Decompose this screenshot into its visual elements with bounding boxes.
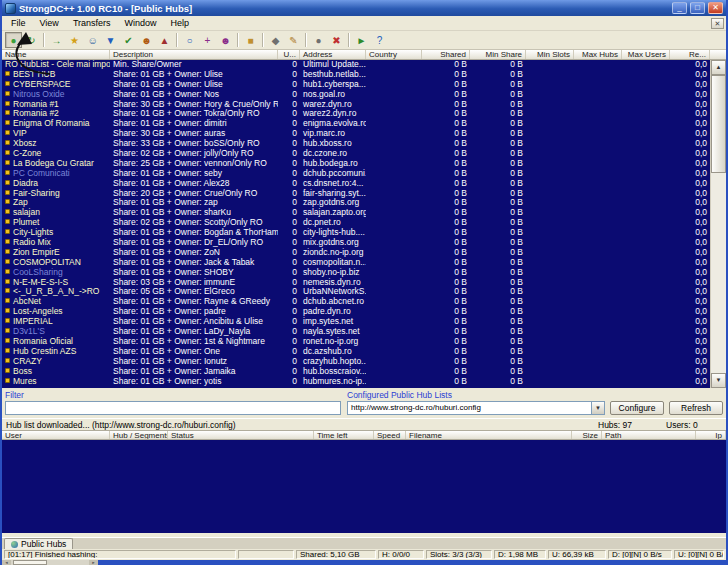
hub-row[interactable]: CYBERSPACEShare: 01 GB + Owner: Ulise0hu… bbox=[2, 80, 710, 90]
transfers-column-header[interactable]: Status bbox=[168, 431, 314, 439]
menu-window[interactable]: Window bbox=[118, 17, 164, 29]
quick-connect-icon[interactable]: ► bbox=[353, 32, 370, 48]
finished-downloads-icon[interactable]: ✔ bbox=[120, 32, 137, 48]
hub-row[interactable]: CRAZYShare: 01 GB + Owner: Ionutz0crazyh… bbox=[2, 357, 710, 367]
vertical-scrollbar[interactable]: ▲ ▼ bbox=[710, 60, 726, 388]
download-queue-icon[interactable]: ▼ bbox=[102, 32, 119, 48]
tab-public-hubs[interactable]: Public Hubs bbox=[4, 538, 73, 549]
public-hubs-icon[interactable]: ● bbox=[5, 32, 22, 48]
mdi-close-icon[interactable]: ✕ bbox=[711, 18, 724, 29]
search-icon[interactable]: ○ bbox=[181, 32, 198, 48]
hub-row[interactable]: Romania OficialShare: 01 GB + Owner: 1st… bbox=[2, 337, 710, 347]
favorite-users-icon[interactable]: ☺ bbox=[84, 32, 101, 48]
configure-button[interactable]: Configure bbox=[610, 401, 664, 415]
hub-row[interactable]: BossShare: 01 GB + Owner: Jamaika0hub.bo… bbox=[2, 367, 710, 377]
open-filelist-icon[interactable]: ■ bbox=[242, 32, 259, 48]
restore-button[interactable]: □ bbox=[690, 2, 705, 14]
transfers-column-header[interactable]: Ip bbox=[696, 431, 726, 439]
transfers-column-header[interactable]: Speed bbox=[374, 431, 406, 439]
hub-column-header[interactable]: U... bbox=[278, 50, 300, 59]
hub-row[interactable]: IMPERIALShare: 01 GB + Owner: Ancibitu &… bbox=[2, 317, 710, 327]
scrollbar-thumb[interactable] bbox=[711, 75, 726, 173]
hub-column-header[interactable]: Re... bbox=[670, 50, 710, 59]
hscroll-right-icon[interactable]: ► bbox=[89, 560, 98, 565]
hub-column-header[interactable]: Max Users bbox=[622, 50, 670, 59]
hub-row[interactable]: Romania #2Share: 01 GB + Owner: Tokra/On… bbox=[2, 109, 710, 119]
hscroll-left-icon[interactable]: ◄ bbox=[2, 560, 11, 565]
hub-row[interactable]: CooLSharingShare: 01 GB + Owner: SHOBY0s… bbox=[2, 268, 710, 278]
scroll-down-icon[interactable]: ▼ bbox=[711, 373, 726, 388]
hub-row[interactable]: Fair-SharingShare: 20 GB + Owner: Crue/O… bbox=[2, 189, 710, 199]
search-spy-icon[interactable]: ☻ bbox=[217, 32, 234, 48]
hub-column-header[interactable]: Description bbox=[110, 50, 278, 59]
hub-row[interactable]: <-_U_R_B_A_N_->ROShare: 05 GB + Owner: E… bbox=[2, 287, 710, 297]
hub-column-header[interactable]: Min Share bbox=[470, 50, 526, 59]
hub-row[interactable]: Zion EmpirEShare: 01 GB + Owner: ZoN0zio… bbox=[2, 248, 710, 258]
hub-row[interactable]: C-ZoneShare: 02 GB + Owner: jolly/Only R… bbox=[2, 149, 710, 159]
menu-help[interactable]: Help bbox=[164, 17, 197, 29]
transfers-list[interactable] bbox=[2, 440, 726, 533]
close-button[interactable]: ✕ bbox=[708, 2, 723, 14]
hub-row[interactable]: Enigma Of RomaniaShare: 01 GB + Owner: d… bbox=[2, 119, 710, 129]
minimize-button[interactable]: _ bbox=[672, 2, 687, 14]
help-icon[interactable]: ? bbox=[371, 32, 388, 48]
away-icon[interactable]: ● bbox=[310, 32, 327, 48]
hub-row[interactable]: ZapShare: 01 GB + Owner: zap0zap.gotdns.… bbox=[2, 198, 710, 208]
hub-row[interactable]: Hub Crestin AZSShare: 01 GB + Owner: One… bbox=[2, 347, 710, 357]
hub-row[interactable]: N-E-M-E-S-I-SShare: 03 GB + Owner: immun… bbox=[2, 278, 710, 288]
hub-row[interactable]: AbcNetShare: 01 GB + Owner: Rayne & GRee… bbox=[2, 297, 710, 307]
hub-row[interactable]: VIPShare: 30 GB + Owner: auras0vip.marc.… bbox=[2, 129, 710, 139]
hub-column-header[interactable]: Min Slots bbox=[526, 50, 574, 59]
hub-row[interactable]: salajanShare: 01 GB + Owner: sharKu0sala… bbox=[2, 208, 710, 218]
hub-row[interactable]: La Bodega Cu GratarShare: 25 GB + Owner:… bbox=[2, 159, 710, 169]
transfers-column-header[interactable]: User bbox=[2, 431, 110, 439]
hub-list-combo[interactable]: http://www.strong-dc.ro/huburi.config ▼ bbox=[347, 401, 605, 415]
hub-row[interactable]: D3v1L'SShare: 01 GB + Owner: LaDy_Nayla0… bbox=[2, 327, 710, 337]
bottom-scrollbar-fragment[interactable]: ◄ ► bbox=[2, 560, 98, 565]
shutdown-icon[interactable]: ✖ bbox=[328, 32, 345, 48]
hub-row[interactable]: PC ComunicatiShare: 01 GB + Owner: seby0… bbox=[2, 169, 710, 179]
finished-uploads-icon[interactable]: ▲ bbox=[156, 32, 173, 48]
combo-dropdown-icon[interactable]: ▼ bbox=[591, 402, 604, 414]
hub-row[interactable]: XboszShare: 33 GB + Owner: boSS/Only RO0… bbox=[2, 139, 710, 149]
hub-name: La Bodega Cu Gratar bbox=[13, 159, 94, 168]
hub-tab-icon bbox=[11, 541, 18, 548]
hub-row[interactable]: PlumetShare: 02 GB + Owner: Scotty/Only … bbox=[2, 218, 710, 228]
menu-transfers[interactable]: Transfers bbox=[66, 17, 118, 29]
hub-row[interactable]: MuresShare: 01 GB + Owner: yotis0hubmure… bbox=[2, 377, 710, 387]
hub-row[interactable]: RO HubList - Cele mai important...Min. S… bbox=[2, 60, 710, 70]
transfers-column-header[interactable]: Hub / Segments bbox=[110, 431, 168, 439]
adl-search-icon[interactable]: + bbox=[199, 32, 216, 48]
hub-column-header[interactable]: Name bbox=[2, 50, 110, 59]
transfers-column-header[interactable]: Path bbox=[602, 431, 696, 439]
hub-row[interactable]: Lost-AngelesShare: 01 GB + Owner: padre0… bbox=[2, 307, 710, 317]
hscroll-track[interactable] bbox=[47, 560, 89, 565]
hub-row[interactable]: DiadraShare: 01 GB + Owner: Alex280cs.dn… bbox=[2, 179, 710, 189]
follow-redirect-icon[interactable]: → bbox=[48, 32, 65, 48]
refresh-button[interactable]: Refresh bbox=[669, 401, 723, 415]
menu-file[interactable]: File bbox=[4, 17, 33, 29]
hub-row[interactable]: BEST HUBShare: 01 GB + Owner: Ulise0best… bbox=[2, 70, 710, 80]
hub-row[interactable]: COSMOPOLITANShare: 01 GB + Owner: Jack &… bbox=[2, 258, 710, 268]
favorite-hubs-icon[interactable]: ★ bbox=[66, 32, 83, 48]
hub-row[interactable]: Nitrous OxideShare: 01 GB + Owner: Nos0n… bbox=[2, 90, 710, 100]
hub-column-header[interactable]: Address bbox=[300, 50, 366, 59]
hscroll-thumb[interactable] bbox=[13, 560, 47, 565]
hub-column-header[interactable]: Country bbox=[366, 50, 422, 59]
settings-icon[interactable]: ◆ bbox=[267, 32, 284, 48]
reconnect-icon[interactable]: ↻ bbox=[23, 32, 40, 48]
hub-column-header[interactable]: Shared bbox=[422, 50, 470, 59]
transfers-column-header[interactable]: Size bbox=[572, 431, 602, 439]
waiting-users-icon[interactable]: ☻ bbox=[138, 32, 155, 48]
scroll-up-icon[interactable]: ▲ bbox=[711, 60, 726, 75]
notepad-icon[interactable]: ✎ bbox=[285, 32, 302, 48]
hub-list[interactable]: RO HubList - Cele mai important...Min. S… bbox=[2, 60, 710, 388]
menu-view[interactable]: View bbox=[33, 17, 66, 29]
hub-row[interactable]: Romania #1Share: 30 GB + Owner: Hory & C… bbox=[2, 100, 710, 110]
filter-input[interactable] bbox=[5, 401, 341, 415]
transfers-column-header[interactable]: Filename bbox=[406, 431, 572, 439]
hub-row[interactable]: Radio MixShare: 01 GB + Owner: Dr_EL/Onl… bbox=[2, 238, 710, 248]
hub-row[interactable]: City-LightsShare: 01 GB + Owner: Bogdan … bbox=[2, 228, 710, 238]
transfers-column-header[interactable]: Time left bbox=[314, 431, 374, 439]
hub-column-header[interactable]: Max Hubs bbox=[574, 50, 622, 59]
